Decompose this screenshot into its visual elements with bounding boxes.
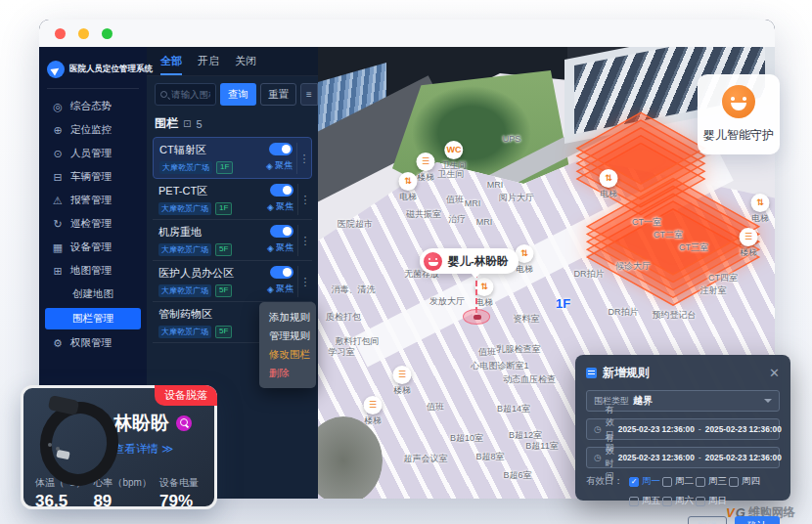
room-label: B超11室 [525, 440, 558, 453]
map-marker-卫生间[interactable]: WC卫生间 [441, 141, 467, 172]
zoom-window-button[interactable] [102, 28, 113, 39]
fence-enabled-toggle[interactable] [270, 266, 293, 279]
map-marker-楼梯[interactable]: ☰楼梯 [740, 228, 758, 259]
tab-disabled[interactable]: 关闭 [235, 47, 256, 75]
close-window-button[interactable] [55, 28, 66, 39]
tab-enabled[interactable]: 开启 [198, 47, 219, 75]
day-checkbox-周五[interactable]: 周五 [629, 495, 662, 507]
elevator-icon: ⇅ [475, 278, 494, 296]
room-label: CT三室 [679, 241, 708, 254]
kebab-menu-icon[interactable]: ⋮ [297, 266, 312, 297]
stairs-icon: ☰ [740, 228, 758, 246]
sidebar-item-报警管理[interactable]: ⚠报警管理 [39, 189, 147, 212]
baby-icon [424, 252, 442, 271]
tab-all[interactable]: 全部 [160, 47, 182, 75]
map-marker-电梯[interactable]: ⇅电梯 [399, 172, 418, 203]
room-label: 消毒、清洗 [332, 284, 376, 296]
day-checkbox-周二[interactable]: 周二 [662, 475, 696, 488]
sidebar-item-设备管理[interactable]: ▦设备管理 [39, 236, 147, 259]
fence-item[interactable]: PET-CT区大摩乾景广场1F◈聚焦⋮ [153, 179, 312, 220]
fence-item[interactable]: 医护人员办公区大摩乾景广场5F◈聚焦⋮ [153, 261, 312, 302]
room-label: 动态血压检查 [503, 373, 556, 386]
map-icon: ⊞ [52, 265, 64, 278]
sidebar-item-地图管理[interactable]: ⊞地图管理 [39, 259, 147, 283]
valid-time-range-input[interactable]: ◷ 有效时间 2025-02-23 12:36:00 - 2025-02-23 … [586, 447, 780, 468]
map-marker-电梯[interactable]: ⇅电梯 [475, 278, 494, 309]
menu-item-修改围栏[interactable]: 修改围栏 [259, 345, 316, 364]
floor-tag: 5F [215, 284, 232, 297]
fence-enabled-toggle[interactable] [270, 225, 293, 238]
fence-type-select[interactable]: 围栏类型 越界 [586, 390, 780, 412]
fence-search-input[interactable] [171, 89, 210, 100]
sidebar-item-围栏管理[interactable]: 围栏管理 [45, 308, 141, 329]
menu-item-添加规则[interactable]: 添加规则 [259, 308, 316, 327]
day-checkbox-周一[interactable]: ✓周一 [629, 475, 662, 488]
floor-tag: 5F [215, 243, 232, 256]
map-marker-电梯[interactable]: ⇅电梯 [600, 169, 618, 200]
menu-item-删除[interactable]: 删除 [259, 364, 316, 382]
baby-guard-card[interactable]: 婴儿智能守护 [698, 74, 780, 154]
stat-item: 心率（bpm）89 [93, 476, 151, 511]
marker-label: 电梯 [399, 192, 418, 203]
focus-button[interactable]: ◈聚焦 [267, 283, 293, 295]
sidebar-item-综合态势[interactable]: ◎综合态势 [39, 95, 147, 118]
divider [47, 88, 139, 89]
focus-button[interactable]: ◈聚焦 [267, 241, 293, 254]
baby-marker[interactable]: 婴儿-林盼盼 [420, 248, 519, 274]
kebab-menu-icon[interactable]: ⋮ [296, 143, 311, 174]
menu-item-管理规则[interactable]: 管理规则 [259, 327, 316, 345]
fence-enabled-toggle[interactable] [269, 143, 293, 155]
focus-button[interactable]: ◈聚焦 [266, 159, 293, 172]
elevator-icon: ⇅ [751, 194, 770, 212]
room-label: 资料室 [514, 313, 540, 326]
day-checkbox-周三[interactable]: 周三 [696, 475, 729, 488]
range-separator: - [699, 453, 701, 462]
search-box[interactable] [155, 83, 216, 106]
query-button[interactable]: 查询 [220, 83, 256, 106]
screen: 医院人员定位管理系统 ◎综合态势⊕定位监控⊙人员管理⊟车辆管理⚠报警管理↻巡检管… [0, 0, 812, 524]
floor-tag: 1F [215, 202, 232, 215]
fence-item[interactable]: 机房重地大摩乾景广场5F◈聚焦⋮ [153, 220, 312, 261]
baby-location-dot [463, 309, 490, 325]
map-marker-电梯[interactable]: ⇅电梯 [751, 194, 770, 225]
sidebar-item-定位监控[interactable]: ⊕定位监控 [39, 118, 147, 142]
room-label: MRI [465, 198, 481, 208]
kebab-menu-icon[interactable]: ⋮ [297, 225, 312, 256]
day-checkbox-周四[interactable]: 周四 [729, 475, 762, 488]
search-icon [160, 91, 167, 98]
fence-enabled-toggle[interactable] [270, 184, 293, 196]
sidebar-item-创建地图[interactable]: 创建地图 [39, 283, 147, 306]
confirm-button[interactable]: 确认 [735, 516, 780, 524]
focus-button[interactable]: ◈聚焦 [267, 200, 293, 213]
cancel-button[interactable]: 取消 [688, 516, 727, 524]
kebab-menu-icon[interactable]: ⋮ [297, 184, 312, 215]
minimize-window-button[interactable] [78, 28, 89, 39]
day-checkbox-周日[interactable]: 周日 [696, 495, 729, 507]
sidebar-item-人员管理[interactable]: ⊙人员管理 [39, 142, 147, 165]
wristband-image [31, 398, 110, 468]
stairs-icon: ☰ [393, 366, 412, 384]
map-marker-楼梯[interactable]: ☰楼梯 [393, 366, 412, 397]
sidebar-item-巡检管理[interactable]: ↻巡检管理 [39, 212, 147, 236]
view-details-link[interactable]: 查看详情 ≫ [113, 442, 208, 457]
focus-icon: ◈ [267, 284, 274, 294]
clock-icon: ◷ [594, 453, 602, 462]
paper-plane-icon [47, 61, 65, 78]
stat-value: 36.5 [35, 492, 85, 511]
close-icon[interactable]: ✕ [769, 367, 780, 379]
sidebar-item-权限管理[interactable]: ⚙权限管理 [39, 331, 147, 355]
elevator-icon: ⇅ [399, 172, 418, 191]
day-checkbox-周六[interactable]: 周六 [662, 495, 696, 507]
map-marker-楼梯[interactable]: ☰楼梯 [417, 153, 435, 184]
room-label: 治疗 [448, 213, 466, 226]
person-name: 林盼盼 [113, 411, 169, 436]
fence-search-row: 查询 重置 ≡ [147, 76, 318, 112]
map-marker-楼梯[interactable]: ☰楼梯 [364, 396, 383, 427]
valid-date-range-input[interactable]: ◷ 有效日期 2025-02-23 12:36:00 - 2025-02-23 … [586, 418, 780, 440]
marker-label: 卫生间 [441, 160, 467, 172]
sidebar-item-车辆管理[interactable]: ⊟车辆管理 [39, 165, 147, 189]
fence-name: CT辐射区 [159, 143, 251, 157]
fence-item[interactable]: CT辐射区大摩乾景广场1F◈聚焦⋮ [153, 137, 312, 179]
reset-button[interactable]: 重置 [260, 83, 296, 106]
collapse-panel-icon[interactable]: ≡ [300, 83, 318, 106]
